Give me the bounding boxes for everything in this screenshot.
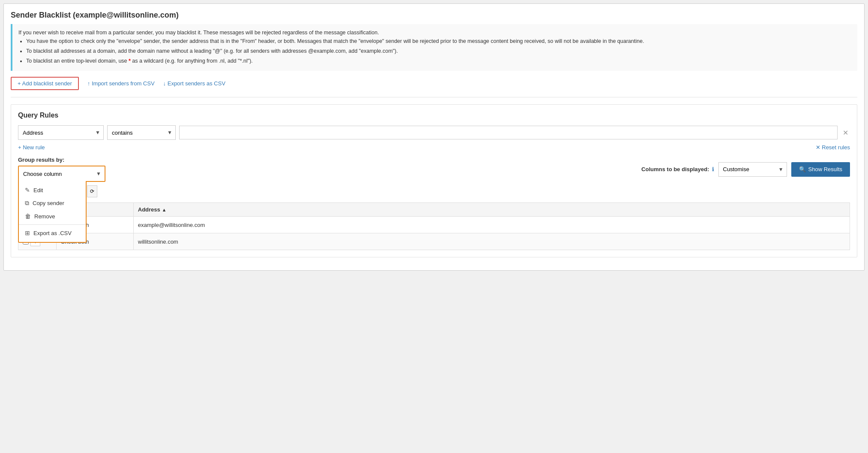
- table-header-row: Type ↕ Address ▲: [18, 203, 850, 217]
- rule-actions-row: + New rule ✕ Reset rules: [18, 144, 850, 151]
- group-results-label: Group results by:: [18, 157, 105, 163]
- action-buttons-row: + Add blacklist sender ↑ Import senders …: [11, 77, 857, 97]
- wildcard-symbol: *: [129, 58, 131, 64]
- info-bullet-1: You have the option to check only the "e…: [26, 37, 851, 45]
- query-rules-section: Query Rules Address Domain Created ▼ con…: [11, 104, 857, 257]
- table-row: ▼ Check both willitsonline.com: [18, 233, 850, 250]
- rule-value-input[interactable]: [179, 126, 838, 139]
- export-csv-icon: ⊞: [25, 230, 30, 236]
- group-results-right: Columns to be displayed: ℹ Customise ▼ 🔍…: [641, 162, 850, 177]
- trash-icon: 🗑: [25, 213, 31, 220]
- menu-item-copy-sender[interactable]: ⧉ Copy sender: [19, 196, 86, 210]
- menu-item-remove[interactable]: 🗑 Remove: [19, 210, 86, 223]
- info-icon[interactable]: ℹ: [712, 166, 714, 172]
- new-rule-button[interactable]: + New rule: [18, 144, 45, 151]
- row-2-address: willitsonline.com: [133, 233, 850, 250]
- export-csv-button[interactable]: ↓ Export senders as CSV: [163, 80, 225, 87]
- import-csv-button[interactable]: ↑ Import senders from CSV: [87, 80, 155, 87]
- address-sort-icon: ▲: [162, 207, 166, 212]
- menu-item-export-csv-label: Export as .CSV: [33, 230, 72, 236]
- field-select-wrapper: Address Domain Created ▼: [18, 125, 104, 140]
- columns-to-display-label: Columns to be displayed:: [641, 166, 709, 172]
- info-box: If you never wish to receive mail from a…: [11, 24, 857, 71]
- items-per-page-spin[interactable]: ⟳: [87, 185, 97, 197]
- customise-select-wrapper: Customise ▼: [718, 162, 787, 177]
- menu-item-copy-label: Copy sender: [33, 200, 64, 206]
- results-table: Type ↕ Address ▲ ▲ ▼: [18, 202, 850, 250]
- items-per-page-row: Items per page: ⟳: [18, 185, 850, 197]
- page-wrapper: Sender Blacklist (example@willitsonline.…: [3, 3, 865, 271]
- info-bullets: You have the option to check only the "e…: [26, 37, 851, 65]
- info-intro: If you never wish to receive mail from a…: [18, 28, 851, 37]
- choose-column-container: Choose column ▼ ✎ Edit ⧉ Copy sender: [18, 166, 105, 182]
- col-header-address[interactable]: Address ▲: [133, 203, 850, 217]
- clear-rule-button[interactable]: ✕: [841, 129, 850, 137]
- row-1-address: example@willitsonline.com: [133, 217, 850, 233]
- add-blacklist-button[interactable]: + Add blacklist sender: [11, 77, 79, 90]
- group-results-row: Group results by: Choose column ▼ ✎ Edit: [18, 157, 850, 182]
- menu-item-edit[interactable]: ✎ Edit: [19, 184, 86, 196]
- group-results-left: Group results by: Choose column ▼ ✎ Edit: [18, 157, 105, 182]
- field-select[interactable]: Address Domain Created: [18, 125, 104, 140]
- menu-item-remove-label: Remove: [34, 213, 55, 220]
- table-row: ▲ ▼ Check both example@willitsonline.com: [18, 217, 850, 233]
- show-results-label: Show Results: [808, 166, 842, 172]
- edit-icon: ✎: [25, 187, 30, 193]
- choose-column-wrapper: Choose column ▼: [18, 166, 105, 182]
- menu-divider: [19, 224, 86, 225]
- condition-select-wrapper: contains equals starts with ends with ▼: [107, 125, 176, 140]
- info-bullet-2: To blacklist all addresses at a domain, …: [26, 47, 851, 55]
- page-title: Sender Blacklist (example@willitsonline.…: [11, 11, 857, 20]
- table-body: ▲ ▼ Check both example@willitsonline.com…: [18, 217, 850, 250]
- search-icon: 🔍: [799, 166, 806, 172]
- query-rules-title: Query Rules: [18, 112, 850, 119]
- menu-item-export-csv[interactable]: ⊞ Export as .CSV: [19, 226, 86, 239]
- menu-item-edit-label: Edit: [33, 187, 43, 193]
- condition-select[interactable]: contains equals starts with ends with: [107, 125, 176, 140]
- info-bullet-3: To blacklist an entire top-level domain,…: [26, 57, 851, 65]
- rule-row-1: Address Domain Created ▼ contains equals…: [18, 125, 850, 140]
- context-menu-dropdown: ✎ Edit ⧉ Copy sender 🗑 Remove: [18, 181, 87, 243]
- choose-column-select[interactable]: Choose column: [19, 166, 105, 181]
- table-header: Type ↕ Address ▲: [18, 203, 850, 217]
- address-sort-label: Address: [138, 206, 162, 213]
- reset-rules-button[interactable]: ✕ Reset rules: [816, 144, 850, 151]
- customise-select[interactable]: Customise: [718, 162, 787, 177]
- show-results-button[interactable]: 🔍 Show Results: [791, 162, 850, 177]
- copy-icon: ⧉: [25, 199, 29, 207]
